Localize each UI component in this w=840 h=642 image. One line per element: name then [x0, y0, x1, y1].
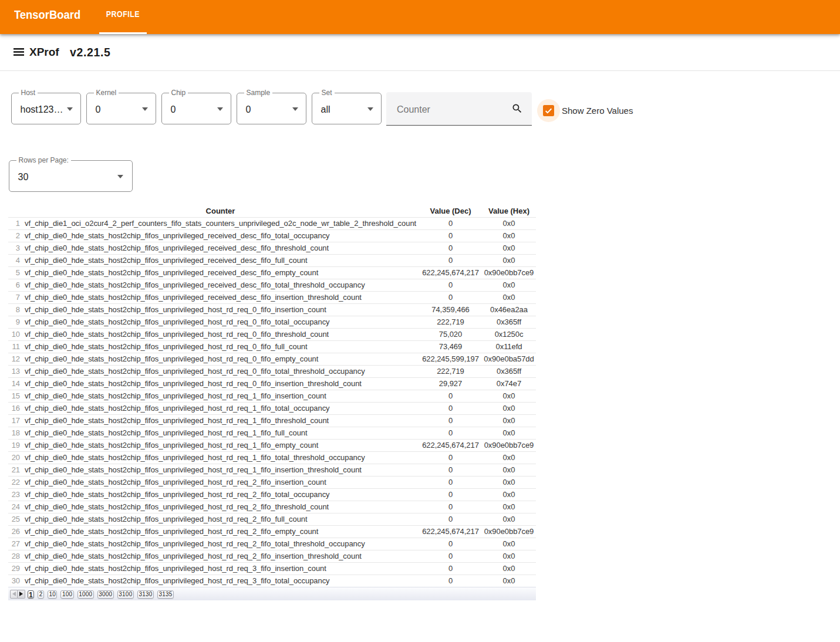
chevron-down-icon — [367, 107, 373, 111]
value-hex: 0x11efd — [482, 340, 536, 353]
value-dec: 29,927 — [419, 377, 482, 390]
counter-name: vf_chip_die0_hde_stats_host2chip_fifos_u… — [22, 439, 419, 451]
chevron-down-icon — [142, 107, 148, 111]
value-hex: 0x46ea2aa — [482, 303, 536, 316]
row-index: 21 — [8, 464, 22, 476]
counter-name: vf_chip_die0_hde_stats_host2chip_fifos_u… — [22, 550, 419, 562]
value-dec: 0 — [419, 464, 482, 476]
next-page-button[interactable] — [18, 590, 25, 599]
table-row: 1vf_chip_die1_oci_o2cur4_2_perf_counters… — [8, 217, 536, 229]
counter-name: vf_chip_die0_hde_stats_host2chip_fifos_u… — [22, 513, 419, 525]
value-hex: 0x1250c — [482, 328, 536, 340]
row-index: 19 — [8, 439, 22, 451]
table-row: 9vf_chip_die0_hde_stats_host2chip_fifos_… — [8, 316, 536, 328]
search-placeholder: Counter — [397, 104, 430, 115]
page: TensorBoard PROFILE XProf v2.21.5 Host h… — [0, 0, 840, 642]
row-index: 10 — [8, 328, 22, 340]
filter-select-kernel[interactable]: Kernel 0 — [86, 93, 156, 124]
filter-value: 0 — [96, 104, 101, 115]
table-row: 4vf_chip_die0_hde_stats_host2chip_fifos_… — [8, 254, 536, 266]
row-index: 13 — [8, 365, 22, 377]
toolbar: TensorBoard PROFILE — [0, 0, 840, 34]
value-hex: 0x0 — [482, 414, 536, 427]
counter-name: vf_chip_die0_hde_stats_host2chip_fifos_u… — [22, 402, 419, 414]
filter-label: Set — [319, 89, 335, 97]
subheader: XProf v2.21.5 — [0, 34, 840, 71]
filter-select-host[interactable]: Host host123… — [11, 93, 81, 124]
row-index: 23 — [8, 488, 22, 501]
menu-icon[interactable] — [13, 48, 25, 58]
value-hex: 0x0 — [482, 538, 536, 550]
table-row: 16vf_chip_die0_hde_stats_host2chip_fifos… — [8, 402, 536, 414]
counter-name: vf_chip_die0_hde_stats_host2chip_fifos_u… — [22, 353, 419, 365]
row-index: 14 — [8, 377, 22, 390]
filter-select-chip[interactable]: Chip 0 — [161, 93, 231, 124]
table-row: 28vf_chip_die0_hde_stats_host2chip_fifos… — [8, 550, 536, 562]
value-hex: 0x0 — [482, 451, 536, 464]
row-index: 1 — [8, 217, 22, 229]
filter-value: host123… — [21, 104, 63, 115]
tab-profile-label: PROFILE — [106, 9, 140, 19]
counter-name: vf_chip_die1_oci_o2cur4_2_perf_counters_… — [22, 217, 419, 229]
next-page-icon — [19, 592, 23, 596]
table-row: 17vf_chip_die0_hde_stats_host2chip_fifos… — [8, 414, 536, 427]
page-version: v2.21.5 — [70, 46, 111, 59]
counter-name: vf_chip_die0_hde_stats_host2chip_fifos_u… — [22, 229, 419, 242]
row-index: 22 — [8, 476, 22, 488]
page-button-3130[interactable]: 3130 — [137, 590, 154, 599]
table-row: 6vf_chip_die0_hde_stats_host2chip_fifos_… — [8, 279, 536, 291]
value-dec: 622,245,674,217 — [419, 266, 482, 279]
row-index: 15 — [8, 390, 22, 402]
show-zero-values-checkbox[interactable] — [543, 105, 554, 116]
tensorboard-logo[interactable]: TensorBoard — [14, 0, 80, 30]
counter-name: vf_chip_die0_hde_stats_host2chip_fifos_u… — [22, 279, 419, 291]
prev-page-button[interactable] — [10, 590, 18, 599]
value-dec: 0 — [419, 390, 482, 402]
counter-name: vf_chip_die0_hde_stats_host2chip_fifos_u… — [22, 316, 419, 328]
tab-profile[interactable]: PROFILE — [99, 0, 147, 34]
value-hex: 0x0 — [482, 402, 536, 414]
filter-label: Host — [19, 89, 38, 97]
counter-name: vf_chip_die0_hde_stats_host2chip_fifos_u… — [22, 464, 419, 476]
table-row: 5vf_chip_die0_hde_stats_host2chip_fifos_… — [8, 266, 536, 279]
page-button-1[interactable]: 1 — [28, 590, 34, 599]
counter-name: vf_chip_die0_hde_stats_host2chip_fifos_u… — [22, 575, 419, 587]
filter-label: Sample — [244, 89, 273, 97]
value-dec: 0 — [419, 451, 482, 464]
value-hex: 0x0 — [482, 291, 536, 303]
chevron-down-icon — [217, 107, 223, 111]
page-button-3135[interactable]: 3135 — [157, 590, 174, 599]
counter-name: vf_chip_die0_hde_stats_host2chip_fifos_u… — [22, 525, 419, 538]
page-button-1000[interactable]: 1000 — [77, 590, 94, 599]
row-index: 3 — [8, 242, 22, 254]
page-button-3000[interactable]: 3000 — [97, 590, 114, 599]
col-header-counter: Counter — [22, 205, 419, 217]
rows-per-page-select[interactable]: Rows per Page: 30 — [9, 160, 133, 192]
page-button-3100[interactable]: 3100 — [117, 590, 134, 599]
table-row: 18vf_chip_die0_hde_stats_host2chip_fifos… — [8, 427, 536, 439]
counter-search-field[interactable]: Counter — [386, 92, 532, 126]
value-dec: 0 — [419, 402, 482, 414]
counter-name: vf_chip_die0_hde_stats_host2chip_fifos_u… — [22, 291, 419, 303]
value-dec: 0 — [419, 291, 482, 303]
table-row: 25vf_chip_die0_hde_stats_host2chip_fifos… — [8, 513, 536, 525]
value-dec: 622,245,599,197 — [419, 353, 482, 365]
row-index: 8 — [8, 303, 22, 316]
value-dec: 0 — [419, 427, 482, 439]
filter-select-sample[interactable]: Sample 0 — [237, 93, 306, 124]
page-button-100[interactable]: 100 — [60, 590, 73, 599]
value-hex: 0x0 — [482, 464, 536, 476]
page-button-10[interactable]: 10 — [48, 590, 58, 599]
row-index: 17 — [8, 414, 22, 427]
value-dec: 0 — [419, 550, 482, 562]
value-hex: 0x0 — [482, 562, 536, 575]
show-zero-values-label[interactable]: Show Zero Values — [562, 106, 633, 116]
page-button-2[interactable]: 2 — [38, 590, 44, 599]
counter-name: vf_chip_die0_hde_stats_host2chip_fifos_u… — [22, 340, 419, 353]
row-index: 29 — [8, 562, 22, 575]
table-row: 22vf_chip_die0_hde_stats_host2chip_fifos… — [8, 476, 536, 488]
chevron-down-icon — [292, 107, 298, 111]
filter-select-set[interactable]: Set all — [312, 93, 382, 124]
table-row: 2vf_chip_die0_hde_stats_host2chip_fifos_… — [8, 229, 536, 242]
table-row: 13vf_chip_die0_hde_stats_host2chip_fifos… — [8, 365, 536, 377]
